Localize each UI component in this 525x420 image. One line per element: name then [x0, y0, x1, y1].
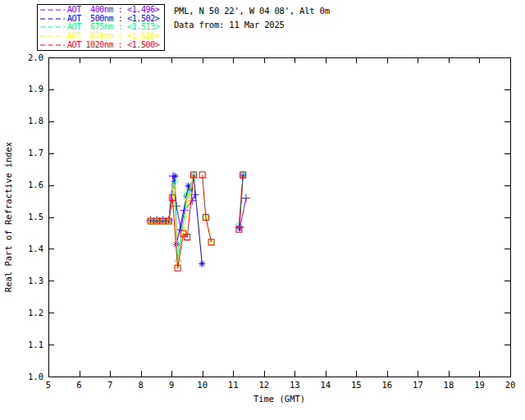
legend-item-400nm: AOT 400nm : <1.496>	[40, 6, 164, 14]
legend-dash-sample	[40, 16, 65, 21]
x-tick-label: 5	[46, 380, 51, 390]
x-tick-label: 15	[351, 380, 362, 390]
legend-item-870nm: AOT 870nm : <1.510>	[40, 32, 164, 40]
legend-item-label: AOT 675nm : <1.513>	[67, 23, 159, 31]
x-tick-label: 13	[290, 380, 300, 390]
x-tick-label: 14	[320, 380, 331, 390]
legend-item-label: AOT 400nm : <1.496>	[67, 6, 159, 14]
legend-item-500nm: AOT 500nm : <1.502>	[40, 15, 164, 23]
legend-item-label: AOT 1020nm : <1.500>	[67, 41, 159, 49]
x-tick-label: 20	[505, 380, 516, 390]
y-tick-label: 1.8	[28, 116, 43, 126]
x-tick-label: 16	[382, 380, 393, 390]
y-tick-label: 1.4	[28, 244, 43, 253]
legend-item-675nm: AOT 675nm : <1.513>	[40, 23, 164, 31]
plot-header: PML, N 50 22', W 04 08', Alt 0m Data fro…	[174, 5, 330, 33]
marker-asterisk	[199, 261, 205, 267]
y-tick-label: 1.7	[28, 148, 43, 158]
legend-item-label: AOT 870nm : <1.510>	[67, 32, 159, 40]
legend-dash-sample	[40, 25, 65, 30]
legend-item-label: AOT 500nm : <1.502>	[67, 15, 159, 23]
y-tick-label: 1.9	[28, 84, 43, 94]
x-tick-label: 8	[138, 380, 143, 390]
y-tick-label: 1.1	[28, 340, 43, 349]
data-date-text: Data from: 11 Mar 2025	[174, 19, 330, 33]
legend-dash-sample	[40, 7, 65, 12]
x-tick-label: 19	[474, 380, 485, 390]
series-500nm	[148, 173, 247, 267]
tick-labels: 5678910111213141516171819201.01.11.21.31…	[28, 52, 515, 390]
series-675nm	[148, 171, 247, 264]
legend-item-1020nm: AOT 1020nm : <1.500>	[40, 41, 164, 49]
series-1020nm	[148, 172, 246, 272]
x-tick-label: 17	[413, 380, 423, 390]
x-axis-label: Time (GMT)	[253, 394, 305, 404]
x-tick-label: 9	[169, 380, 174, 390]
plot-canvas: 5678910111213141516171819201.01.11.21.31…	[0, 0, 525, 420]
legend-box: AOT 400nm : <1.496>AOT 500nm : <1.502>AO…	[37, 4, 165, 51]
y-tick-label: 2.0	[28, 52, 43, 62]
series-line	[203, 175, 212, 242]
axes	[48, 57, 511, 377]
x-tick-label: 10	[197, 380, 208, 390]
legend-dash-sample	[40, 43, 65, 48]
y-tick-label: 1.3	[28, 276, 43, 285]
plot-frame	[49, 58, 511, 377]
marker-plus	[242, 194, 250, 203]
y-tick-label: 1.5	[28, 212, 43, 221]
y-tick-label: 1.6	[28, 180, 43, 189]
x-tick-label: 11	[228, 380, 239, 390]
x-tick-label: 7	[107, 380, 112, 390]
refractive-index-figure: AOT 400nm : <1.496>AOT 500nm : <1.502>AO…	[0, 0, 525, 420]
y-tick-label: 1.0	[28, 372, 43, 381]
x-tick-label: 12	[258, 380, 269, 390]
y-tick-label: 1.2	[28, 308, 43, 317]
station-location-text: PML, N 50 22', W 04 08', Alt 0m	[174, 5, 330, 19]
x-tick-label: 6	[76, 380, 81, 390]
x-tick-label: 18	[444, 380, 454, 390]
y-axis-label: Real Part of Refractive index	[3, 142, 13, 292]
legend-dash-sample	[40, 34, 65, 39]
